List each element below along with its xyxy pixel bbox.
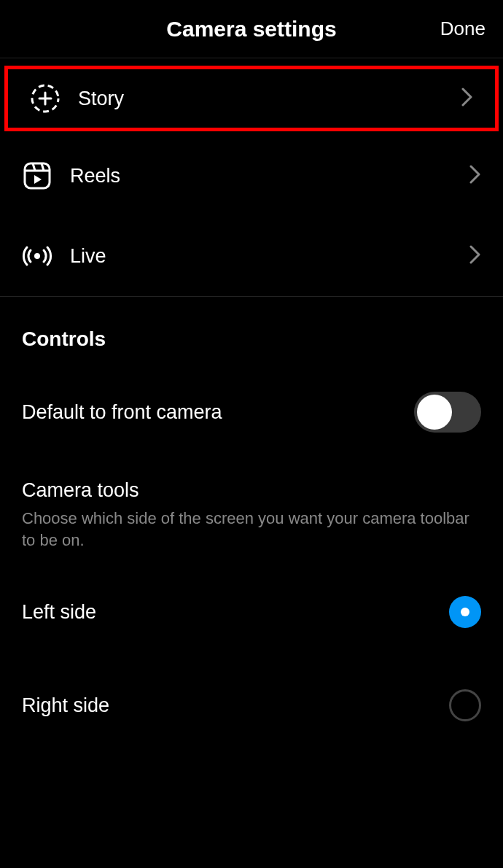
reels-icon [22,160,52,191]
camera-tools-block: Camera tools Choose which side of the sc… [22,463,481,551]
controls-section: Controls Default to front camera Camera … [0,297,503,752]
chevron-right-icon [469,245,481,267]
radio-button-selected [449,596,481,628]
front-camera-row: Default to front camera [22,361,481,463]
chevron-right-icon [461,88,473,109]
camera-tools-title: Camera tools [22,463,481,502]
live-icon [22,241,52,271]
controls-heading: Controls [22,297,481,361]
radio-label: Left side [22,601,96,624]
mode-item-story[interactable]: Story [4,66,499,131]
radio-option-left[interactable]: Left side [22,551,481,659]
svg-point-7 [34,253,40,259]
header: Camera settings Done [0,0,503,58]
mode-label: Reels [70,165,469,187]
radio-option-right[interactable]: Right side [22,659,481,752]
radio-dot [461,608,469,616]
radio-button-unselected [449,689,481,721]
mode-list: Story Reels [0,66,503,297]
mode-label: Story [78,88,461,110]
story-icon [30,83,61,114]
done-button[interactable]: Done [440,18,486,40]
page-title: Camera settings [166,17,336,42]
radio-label: Right side [22,694,109,717]
front-camera-toggle[interactable] [414,392,481,433]
chevron-right-icon [469,165,481,187]
mode-label: Live [70,245,469,268]
toggle-knob [417,395,452,430]
mode-item-reels[interactable]: Reels [0,136,503,216]
camera-tools-description: Choose which side of the screen you want… [22,502,481,551]
svg-rect-3 [25,163,50,188]
front-camera-label: Default to front camera [22,401,222,424]
mode-item-live[interactable]: Live [0,216,503,296]
